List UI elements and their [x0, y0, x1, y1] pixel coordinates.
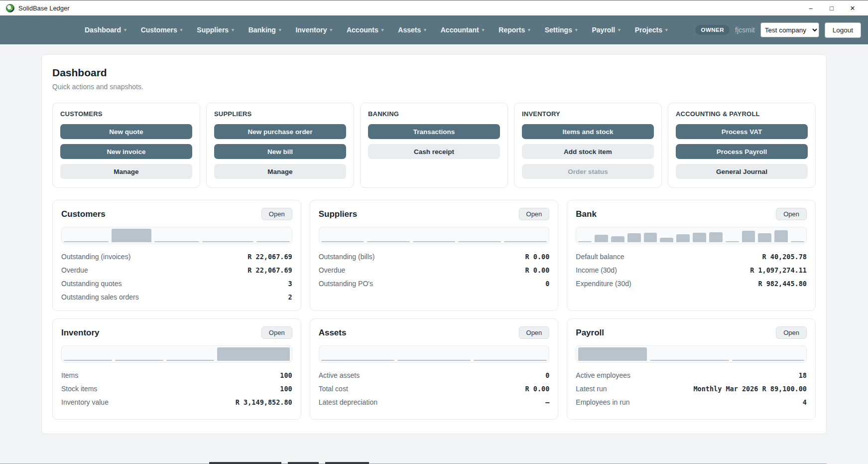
add-stock-item-button[interactable]: Add stock item [522, 144, 654, 159]
window-title: SolidBase Ledger [18, 4, 70, 12]
process-payroll-button[interactable]: Process Payroll [676, 144, 808, 159]
cash-receipt-button[interactable]: Cash receipt [368, 144, 500, 159]
stat-row: Outstanding (invoices)R 22,067.69 [61, 250, 292, 263]
action-card-title: ACCOUNTING & PAYROLL [676, 110, 808, 118]
footer-fragment [325, 462, 369, 464]
open-inventory-button[interactable]: Open [261, 326, 292, 339]
action-card-inventory: INVENTORY Items and stock Add stock item… [514, 103, 662, 188]
nav-item-inventory[interactable]: Inventory▾ [295, 26, 332, 34]
nav-item-customers[interactable]: Customers▾ [141, 26, 183, 34]
nav-item-suppliers[interactable]: Suppliers▾ [197, 26, 234, 34]
spark-bar [474, 360, 547, 361]
nav-item-dashboard[interactable]: Dashboard▾ [85, 26, 126, 34]
stat-row: Outstanding (bills)R 0.00 [319, 250, 550, 263]
nav-item-settings[interactable]: Settings▾ [545, 26, 578, 34]
company-select[interactable]: Test company [760, 22, 819, 37]
nav-item-projects[interactable]: Projects▾ [635, 26, 668, 34]
nav-item-assets[interactable]: Assets▾ [398, 26, 426, 34]
stat-label: Outstanding (bills) [319, 253, 375, 261]
spark-bar [595, 235, 608, 242]
nav-label: Accountant [441, 26, 479, 34]
nav-item-payroll[interactable]: Payroll▾ [592, 26, 620, 34]
action-card-title: SUPPLIERS [214, 110, 346, 118]
chevron-down-icon: ▾ [482, 27, 485, 32]
spark-bar [644, 233, 657, 242]
spark-bar [321, 360, 394, 361]
general-journal-button[interactable]: General Journal [676, 164, 808, 179]
spark-bar [742, 231, 755, 242]
spark-bar [397, 360, 471, 361]
spark-bar [774, 230, 788, 242]
new-purchase-order-button[interactable]: New purchase order [214, 124, 346, 139]
open-assets-button[interactable]: Open [519, 326, 550, 339]
nav-right-cluster: OWNER fjcsmit Test company Logout [695, 22, 861, 38]
new-bill-button[interactable]: New bill [214, 144, 346, 159]
spark-bar [676, 234, 690, 242]
nav-item-accountant[interactable]: Accountant▾ [441, 26, 485, 34]
open-suppliers-button[interactable]: Open [519, 208, 550, 220]
summary-card-inventory: Inventory Open Items100 Stock items100 I… [52, 318, 301, 420]
nav-item-banking[interactable]: Banking▾ [248, 26, 281, 34]
action-card-title: CUSTOMERS [60, 110, 192, 118]
open-payroll-button[interactable]: Open [776, 326, 807, 339]
stat-row: OverdueR 0.00 [319, 263, 550, 277]
new-invoice-button[interactable]: New invoice [60, 144, 192, 159]
role-badge: OWNER [695, 25, 730, 35]
stat-value: 18 [799, 371, 807, 379]
chevron-down-icon: ▾ [665, 27, 668, 32]
stat-row: Total costR 0.00 [319, 382, 550, 395]
chevron-down-icon: ▾ [618, 27, 620, 32]
spark-bar [791, 241, 804, 242]
nav-label: Inventory [295, 26, 327, 34]
minimize-icon[interactable]: – [800, 1, 821, 14]
new-quote-button[interactable]: New quote [60, 124, 192, 139]
summary-title: Payroll [576, 328, 604, 338]
nav-label: Projects [635, 26, 662, 34]
stat-value: 3 [288, 280, 292, 288]
open-bank-button[interactable]: Open [776, 208, 807, 220]
spark-bar [64, 360, 112, 361]
page-title: Dashboard [52, 67, 816, 79]
items-and-stock-button[interactable]: Items and stock [522, 124, 654, 139]
stat-label: Overdue [319, 266, 346, 274]
summary-card-payroll: Payroll Open Active employees18 Latest r… [567, 318, 816, 420]
summary-title: Customers [61, 209, 106, 219]
stat-row: Outstanding sales orders2 [61, 290, 292, 304]
nav-item-reports[interactable]: Reports▾ [498, 26, 530, 34]
logout-button[interactable]: Logout [825, 22, 861, 38]
stat-value: R 0.00 [525, 385, 550, 393]
action-card-customers: CUSTOMERS New quote New invoice Manage [52, 103, 200, 188]
stat-value: Monthly Mar 2026 R 89,100.00 [693, 385, 807, 393]
spark-bar [458, 241, 501, 242]
stat-value: 100 [280, 371, 292, 379]
stat-label: Employees in run [576, 398, 629, 406]
suppliers-sparkline-chart [319, 227, 550, 244]
stat-label: Items [61, 371, 78, 379]
stat-label: Inventory value [61, 398, 109, 406]
chevron-down-icon: ▾ [381, 27, 384, 32]
stat-row: Outstanding PO's0 [319, 277, 550, 290]
spark-bar [758, 233, 771, 242]
summary-card-customers: Customers Open Outstanding (invoices)R 2… [52, 200, 301, 311]
maximize-icon[interactable]: □ [821, 1, 842, 14]
spark-bar [154, 241, 199, 242]
close-icon[interactable]: ✕ [842, 1, 863, 14]
summary-title: Inventory [61, 328, 100, 338]
open-customers-button[interactable]: Open [261, 208, 292, 220]
stat-label: Latest depreciation [319, 398, 377, 406]
manage-customers-button[interactable]: Manage [60, 164, 192, 179]
spark-bar [578, 347, 647, 361]
window-controls: – □ ✕ [800, 1, 863, 14]
order-status-button[interactable]: Order status [522, 164, 654, 179]
transactions-button[interactable]: Transactions [368, 124, 500, 139]
process-vat-button[interactable]: Process VAT [676, 124, 808, 139]
app-logo-icon: SL [6, 4, 14, 12]
summary-title: Bank [576, 209, 597, 219]
action-card-title: INVENTORY [522, 110, 654, 118]
manage-suppliers-button[interactable]: Manage [214, 164, 346, 179]
chevron-down-icon: ▾ [424, 27, 426, 32]
nav-item-accounts[interactable]: Accounts▾ [347, 26, 383, 34]
stat-row: Active assets0 [319, 368, 550, 382]
stat-value: 0 [545, 280, 549, 288]
spark-bar [115, 360, 163, 361]
